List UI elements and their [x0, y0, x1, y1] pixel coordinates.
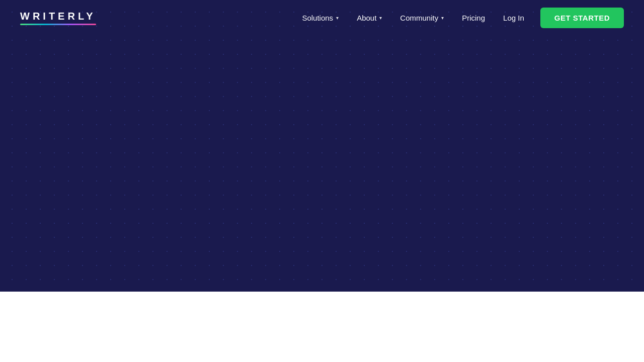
get-started-button[interactable]: GET STARTED	[540, 8, 624, 28]
community-chevron-icon: ▾	[441, 15, 444, 21]
login-label: Log In	[503, 14, 524, 22]
about-label: About	[357, 14, 376, 22]
nav-solutions[interactable]: Solutions ▾	[295, 10, 346, 26]
nav-about[interactable]: About ▾	[350, 10, 389, 26]
solutions-label: Solutions	[302, 14, 333, 22]
solutions-chevron-icon: ▾	[336, 15, 339, 21]
about-chevron-icon: ▾	[379, 15, 382, 21]
logo-underline	[20, 24, 96, 25]
nav-login[interactable]: Log In	[496, 10, 531, 26]
nav-links: Solutions ▾ About ▾ Community ▾ Pricing …	[295, 8, 624, 28]
nav-community[interactable]: Community ▾	[393, 10, 451, 26]
logo-text: WRITERLY	[20, 11, 96, 22]
nav-pricing[interactable]: Pricing	[455, 10, 492, 26]
bottom-section	[0, 292, 644, 362]
hero-section: WRITERLY Solutions ▾ About ▾ Community ▾…	[0, 0, 644, 292]
pricing-label: Pricing	[462, 14, 485, 22]
logo[interactable]: WRITERLY	[20, 11, 96, 25]
community-label: Community	[400, 14, 438, 22]
navbar: WRITERLY Solutions ▾ About ▾ Community ▾…	[0, 0, 644, 35]
